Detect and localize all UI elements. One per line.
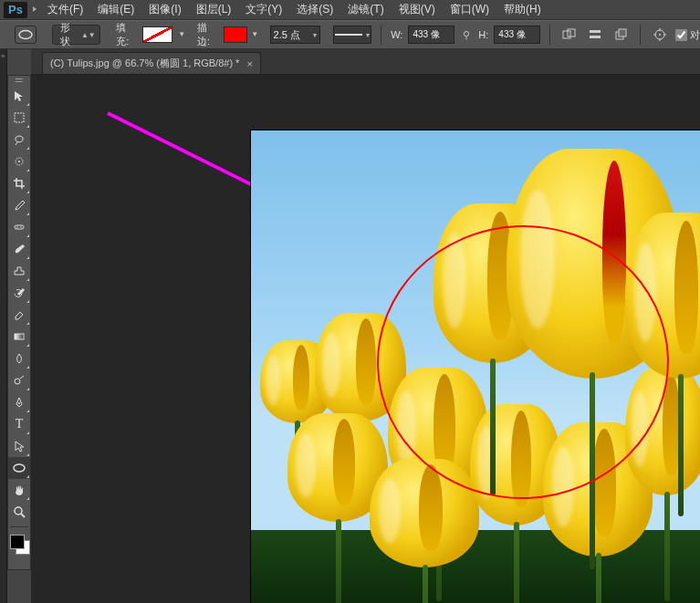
tool-mode-select[interactable]: 形状 ▲▼ [52, 25, 99, 45]
menu-help[interactable]: 帮助(H) [496, 2, 549, 17]
app-logo[interactable]: Ps [4, 2, 27, 18]
fill-label: 填充: [116, 21, 137, 48]
color-swatches[interactable] [8, 533, 30, 569]
path-combine-button[interactable] [559, 25, 580, 45]
divider [549, 25, 550, 45]
crop-tool[interactable] [8, 172, 30, 194]
path-align-button[interactable] [585, 25, 605, 45]
svg-rect-3 [590, 30, 601, 33]
align-edges-label: 对 [690, 28, 700, 42]
marquee-tool[interactable] [8, 107, 30, 129]
options-bar: 形状 ▲▼ 填充: 描边: 2.5 点 W: 433 像 ⚲ H: 433 像 … [0, 20, 700, 49]
menu-bar: Ps 文件(F) 编辑(E) 图像(I) 图层(L) 文字(Y) 选择(S) 滤… [0, 0, 700, 20]
shape-options-button[interactable] [650, 25, 670, 45]
fill-swatch[interactable] [142, 26, 172, 43]
svg-line-25 [21, 514, 25, 517]
w-label: W: [391, 29, 402, 40]
hand-tool[interactable] [8, 479, 30, 501]
svg-line-21 [20, 376, 24, 379]
svg-rect-6 [619, 29, 626, 36]
ellipse-tool[interactable] [8, 457, 30, 479]
current-tool-icon[interactable] [15, 26, 37, 44]
h-label: H: [478, 29, 488, 40]
path-select-tool[interactable] [8, 435, 30, 457]
document-tab-title: (C) Tulips.jpg @ 66.7% (椭圆 1, RGB/8#) * [50, 57, 239, 70]
width-value: 433 像 [413, 28, 439, 41]
svg-point-23 [14, 464, 25, 472]
stroke-label: 描边: [197, 21, 218, 48]
menu-layer[interactable]: 图层(L) [189, 2, 239, 17]
type-tool[interactable]: T [8, 413, 30, 435]
svg-point-0 [19, 31, 32, 39]
divider [640, 25, 641, 45]
panel-dock-strip[interactable]: » [0, 49, 7, 603]
menu-filter[interactable]: 滤镜(T) [340, 2, 391, 17]
svg-rect-1 [563, 31, 570, 38]
stroke-width-input[interactable]: 2.5 点 [270, 26, 321, 44]
svg-rect-19 [15, 334, 24, 339]
svg-rect-2 [568, 29, 575, 36]
dodge-tool[interactable] [8, 369, 30, 391]
menu-file[interactable]: 文件(F) [40, 2, 90, 17]
quick-select-tool[interactable] [8, 151, 30, 172]
tool-mode-label: 形状 [60, 21, 77, 48]
height-value: 433 像 [498, 28, 525, 41]
canvas-area [31, 75, 700, 603]
pen-tool[interactable] [8, 391, 30, 413]
menu-image[interactable]: 图像(I) [141, 2, 188, 17]
svg-rect-16 [15, 225, 24, 229]
history-brush-tool[interactable] [8, 282, 30, 304]
move-tool[interactable] [8, 85, 30, 107]
blur-tool[interactable] [8, 348, 30, 369]
heal-tool[interactable] [8, 216, 30, 238]
toolbox: T [7, 75, 31, 570]
svg-rect-13 [15, 113, 24, 122]
align-edges-check[interactable]: 对 [675, 28, 700, 42]
gradient-tool[interactable] [8, 326, 30, 348]
menu-view[interactable]: 视图(V) [392, 2, 443, 17]
zoom-tool[interactable] [8, 501, 30, 523]
menu-select[interactable]: 选择(S) [289, 2, 340, 17]
height-input[interactable]: 433 像 [494, 26, 539, 44]
svg-point-17 [16, 226, 18, 228]
align-edges-checkbox[interactable] [675, 29, 687, 41]
document-tab[interactable]: (C) Tulips.jpg @ 66.7% (椭圆 1, RGB/8#) * … [42, 52, 261, 74]
path-arrange-button[interactable] [611, 25, 631, 45]
svg-point-15 [18, 161, 20, 162]
menu-edit[interactable]: 编辑(E) [90, 2, 141, 17]
stroke-style-select[interactable] [333, 26, 371, 44]
foreground-color-swatch[interactable] [10, 535, 25, 549]
brush-tool[interactable] [8, 238, 30, 260]
svg-point-8 [659, 34, 661, 36]
stamp-tool[interactable] [8, 260, 30, 282]
svg-point-20 [15, 379, 20, 384]
stroke-swatch[interactable] [224, 26, 247, 43]
toolbox-grip[interactable] [8, 76, 30, 85]
width-input[interactable]: 433 像 [408, 26, 454, 44]
link-dimension-icon[interactable]: ⚲ [460, 29, 474, 41]
divider [381, 25, 381, 45]
stroke-width-value: 2.5 点 [274, 28, 300, 42]
menu-window[interactable]: 窗口(W) [443, 2, 496, 17]
tab-close-button[interactable]: × [246, 58, 252, 69]
eyedropper-tool[interactable] [8, 194, 30, 216]
menu-type[interactable]: 文字(Y) [238, 2, 289, 17]
document-tab-bar: (C) Tulips.jpg @ 66.7% (椭圆 1, RGB/8#) * … [31, 49, 700, 75]
lasso-tool[interactable] [8, 129, 30, 151]
svg-point-22 [18, 402, 20, 404]
svg-point-24 [15, 507, 22, 515]
svg-rect-4 [590, 36, 601, 38]
collapse-icon: » [1, 52, 5, 60]
svg-point-18 [20, 226, 22, 228]
document-image[interactable] [250, 130, 700, 603]
eraser-tool[interactable] [8, 304, 30, 326]
